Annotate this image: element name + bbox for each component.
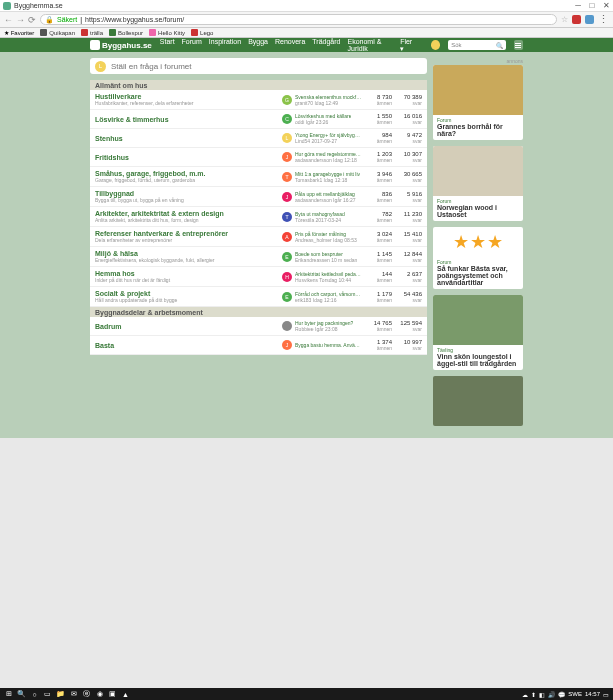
user-avatar[interactable] (431, 40, 440, 50)
search-box[interactable]: Sök 🔍 (448, 40, 505, 50)
nav-link[interactable]: Forum (182, 38, 202, 53)
notifications-icon[interactable]: ▭ (603, 691, 609, 698)
system-tray[interactable]: ☁ ⬆ ◧ 🔊 💬 SWE 14:57 ▭ (522, 691, 609, 698)
tray-icon[interactable]: 🔊 (548, 691, 555, 698)
address-bar[interactable]: 🔒 Säkert | https://www.byggahus.se/forum… (40, 14, 557, 25)
forum-name[interactable]: Hustillverkare (95, 93, 282, 100)
sidebar-widget[interactable]: Forum Grannes borrhål för nära? (433, 65, 523, 140)
last-post-avatar[interactable]: A (282, 232, 292, 242)
forum-row[interactable]: Basta J Bygga bastu hemma. Använ… 1 374ä… (90, 336, 427, 355)
forum-row[interactable]: Tillbyggnad Bygga till, bygga ut, bygga … (90, 187, 427, 207)
last-post-avatar[interactable]: G (282, 95, 292, 105)
hamburger-menu[interactable] (514, 40, 523, 50)
forum-name[interactable]: Miljö & hälsa (95, 250, 282, 257)
nav-link[interactable]: Trädgård (312, 38, 340, 53)
nav-link[interactable]: Inspiration (209, 38, 241, 53)
forum-name[interactable]: Socialt & projekt (95, 290, 282, 297)
forum-row[interactable]: Socialt & projekt Håll andra uppdaterade… (90, 287, 427, 307)
forum-name[interactable]: Hemma hos (95, 270, 282, 277)
forum-name[interactable]: Stenhus (95, 135, 282, 142)
extension-icon[interactable] (572, 15, 581, 24)
forum-row[interactable]: Miljö & hälsa Energieffektivisera, ekolo… (90, 247, 427, 267)
last-post-avatar[interactable]: T (282, 172, 292, 182)
forum-row[interactable]: Arkitekter, arkitektritat & extern desig… (90, 207, 427, 227)
maximize-button[interactable]: □ (588, 2, 596, 10)
ask-input[interactable] (111, 62, 422, 71)
last-post-avatar[interactable]: E (282, 292, 292, 302)
taskview-icon[interactable]: ▭ (43, 690, 52, 699)
extension-icon[interactable] (585, 15, 594, 24)
forum-name[interactable]: Arkitekter, arkitektritat & extern desig… (95, 210, 282, 217)
taskbar-app-icon[interactable]: ▣ (108, 690, 117, 699)
forum-name[interactable]: Badrum (95, 323, 282, 330)
forum-name[interactable]: Fritidshus (95, 154, 282, 161)
explorer-icon[interactable]: 📁 (56, 690, 65, 699)
forum-row[interactable]: Referenser hantverkare & entreprenörer D… (90, 227, 427, 247)
last-post-title[interactable]: Förråd och carport, vårsom… (295, 291, 360, 297)
tray-icon[interactable]: ⬆ (531, 691, 536, 698)
bookmark-item[interactable]: Quikapan (40, 29, 75, 36)
forum-row[interactable]: Hemma hos Inlder på ditt hus när det är … (90, 267, 427, 287)
last-post-title[interactable]: Bygga bastu hemma. Använ… (295, 342, 362, 348)
last-post-avatar[interactable]: J (282, 192, 292, 202)
nav-link[interactable]: Ekonomi & Juridik (348, 38, 394, 53)
bookmark-item[interactable]: Lego (191, 29, 213, 36)
forum-name[interactable]: Basta (95, 342, 282, 349)
search-taskbar-icon[interactable]: 🔍 (17, 690, 26, 699)
last-post-title[interactable]: Svenska elementhus mockfj… (295, 94, 362, 100)
mail-icon[interactable]: ✉ (69, 690, 78, 699)
sidebar-widget[interactable] (433, 376, 523, 426)
bookmark-item[interactable]: Bollespur (109, 29, 143, 36)
close-button[interactable]: ✕ (602, 2, 610, 10)
last-post-avatar[interactable]: H (282, 272, 292, 282)
cortana-icon[interactable]: ○ (30, 690, 39, 699)
forum-name[interactable]: Lösvirke & timmerhus (95, 116, 282, 123)
nav-link[interactable]: Fler ▾ (400, 38, 415, 53)
forum-name[interactable]: Tillbyggnad (95, 190, 282, 197)
last-post-avatar[interactable]: J (282, 340, 292, 350)
nav-link[interactable]: Renovera (275, 38, 305, 53)
sidebar-widget[interactable]: Forum Norwegian wood i Ustaoset (433, 146, 523, 221)
last-post-title[interactable]: Mitt 1:a garagebygge i mitt liv (295, 171, 360, 177)
last-post-avatar[interactable]: E (282, 252, 292, 262)
tray-icon[interactable]: ◧ (539, 691, 545, 698)
bookmark-item[interactable]: trälla (81, 29, 103, 36)
chrome-menu-icon[interactable]: ⋮ (598, 13, 609, 26)
last-post-avatar[interactable]: T (282, 212, 292, 222)
forum-row[interactable]: Lösvirke & timmerhus C Lösvirkeshus med … (90, 110, 427, 129)
tray-time[interactable]: 14:57 (585, 691, 600, 697)
forum-row[interactable]: Badrum Hur byter jag packningen? Robbiee… (90, 317, 427, 336)
bookmark-item[interactable]: Hello Kitty (149, 29, 185, 36)
site-logo[interactable]: Byggahus.se (90, 40, 152, 50)
last-post-avatar[interactable] (282, 321, 292, 331)
minimize-button[interactable]: ─ (574, 2, 582, 10)
tray-icon[interactable]: ☁ (522, 691, 528, 698)
bookmark-star-icon[interactable]: ☆ (561, 15, 568, 24)
nav-link[interactable]: Bygga (248, 38, 268, 53)
forum-row[interactable]: Fritidshus J Hur göra med regelstomme s…… (90, 148, 427, 167)
start-button[interactable]: ⊞ (4, 690, 13, 699)
reload-button[interactable]: ⟳ (28, 15, 36, 25)
nav-link[interactable]: Start (160, 38, 175, 53)
forum-row[interactable]: Hustillverkare Husfabrikanter, referense… (90, 90, 427, 110)
last-post-avatar[interactable]: L (282, 133, 292, 143)
last-post-title[interactable]: Påla upp ett mellanbjälklag (295, 191, 356, 197)
forum-row[interactable]: Stenhus L Ytong Energy+ för självbygg… L… (90, 129, 427, 148)
tray-icon[interactable]: 💬 (558, 691, 565, 698)
sidebar-widget[interactable]: ★★★ Forum Så funkar Bästa svar, poängsys… (433, 227, 523, 289)
tray-lang[interactable]: SWE (568, 691, 582, 697)
taskbar-app-icon[interactable]: ◉ (95, 690, 104, 699)
ask-question-box[interactable]: L (90, 58, 427, 74)
last-post-title[interactable]: Byta ut mahognyfasad (295, 211, 345, 217)
back-button[interactable]: ← (4, 15, 13, 25)
sidebar-widget[interactable]: Tävling Vinn skön loungestol i äggel-sti… (433, 295, 523, 370)
last-post-avatar[interactable]: C (282, 114, 292, 124)
forum-name[interactable]: Referenser hantverkare & entreprenörer (95, 230, 282, 237)
taskbar-app-icon[interactable]: ▲ (121, 690, 130, 699)
edge-icon[interactable]: ⓔ (82, 690, 91, 699)
last-post-title[interactable]: Arkitektritat kettledsvil peda… (295, 271, 361, 277)
forward-button[interactable]: → (16, 15, 25, 25)
last-post-avatar[interactable]: J (282, 152, 292, 162)
forum-row[interactable]: Småhus, garage, friggebod, m.m. Garage, … (90, 167, 427, 187)
forum-name[interactable]: Småhus, garage, friggebod, m.m. (95, 170, 282, 177)
